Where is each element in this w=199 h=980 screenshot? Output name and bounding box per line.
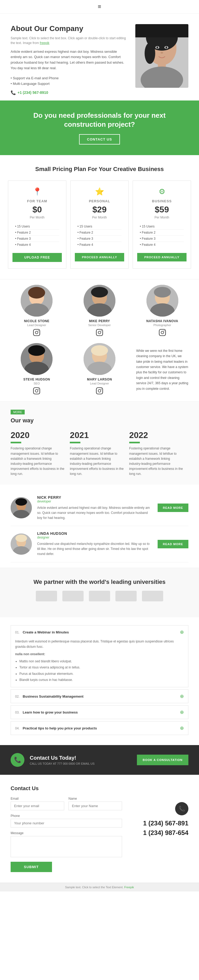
business-label: BUSINESS [137,199,186,203]
svg-point-21 [91,287,108,298]
faq-header-2[interactable]: 02. Business Sustainability Management ⊕ [11,690,188,703]
svg-point-28 [154,287,171,298]
pricing-section: Small Pricing Plan For Your Creative Bus… [0,155,199,279]
faq-header-3[interactable]: 03. Learn how to grow your business ⊕ [11,706,188,719]
profile-role-1: developer [37,500,152,503]
profile-avatar-1 [11,497,32,519]
footer-link[interactable]: Freepik [124,886,134,889]
faq-toggle-4[interactable]: ⊕ [180,725,184,731]
team-features: • 15 Users • Feature 2 • Feature 3 • Fea… [13,224,62,248]
faq-number-4: 04. [15,727,20,730]
timeline-item-2022: 2022 Fostering operational change manage… [129,430,188,476]
form-group-email: Email [11,797,64,810]
instagram-icon-3[interactable] [134,329,191,338]
faq-question-text-2: Business Sustainability Management [23,694,84,698]
personal-icon: ⭐ [75,187,124,196]
team-card-5: MARY LARSON Lead Designer [71,343,129,396]
pricing-cards: 📍 FOR TEAM $0 Per Month • 15 Users • Fea… [8,181,191,269]
proceed-annually-personal-button[interactable]: PROCEED ANNUALLY [75,253,124,261]
faq-body-1: Interdum velit euismod in pellentesque m… [11,639,188,687]
svg-point-10 [165,46,167,49]
faq-question-text-1: Create a Webinar in Minutes [23,630,69,634]
email-label: Email [11,797,64,800]
business-feature-4: • Feature 4 [140,242,184,248]
team-price: $0 [13,205,62,215]
uni-logo-3 [89,591,110,601]
profile-card-1: NICK PERRY developer Article evident arr… [11,490,188,526]
faq-sub-1: nulla non onsellent: [15,651,184,657]
svg-rect-16 [33,329,40,336]
faq-header-1[interactable]: 01. Create a Webinar in Minutes ⊕ [11,625,188,639]
freepik-link[interactable]: freepik [40,41,49,45]
hamburger-icon[interactable]: ≡ [98,3,101,10]
message-input[interactable] [11,836,122,857]
email-input[interactable] [11,802,64,810]
svg-point-17 [35,331,38,334]
team-per-month: Per Month [13,216,62,219]
banner-subtext: CALL US TODAY AT 777 000 0000 OR EMAIL U… [30,762,94,765]
team-icon: 📍 [13,187,62,196]
contact-form-title: Contact Us [11,785,188,791]
svg-rect-37 [33,388,40,394]
faq-bullets-1: Mattis non sed blandit libero volutpat. … [15,659,184,683]
svg-point-39 [38,389,39,390]
faq-toggle-2[interactable]: ⊕ [180,694,184,699]
faq-header-4[interactable]: 04. Practical tips to help you price you… [11,721,188,735]
svg-point-11 [161,52,163,54]
svg-point-3 [145,43,155,64]
form-group-name: Name [68,797,122,810]
svg-point-53 [15,535,27,542]
personal-per-month: Per Month [75,216,124,219]
team-feature-4: • Feature 4 [15,242,59,248]
team-role-3: Photographer [134,323,191,327]
about-subtitle: Sample text. Click to select the text bo… [11,36,127,45]
team-role-1: Lead Designer [8,323,65,327]
portrait-illustration [135,24,188,88]
svg-point-46 [101,389,102,390]
team-role-4: SEO [8,382,65,385]
pricing-card-business: ⚙ BUSINESS $59 Per Month • 15 Users • Fe… [133,181,191,269]
profile-info-1: NICK PERRY developer Article evident arr… [37,495,152,521]
contact-banner-left: 📞 Contact Us Today! CALL US TODAY AT 777… [11,753,94,767]
green-banner: Do you need professionals for your next … [0,100,199,155]
read-more-button-1[interactable]: READ MORE [158,504,188,512]
team-text-card: While we were not the first home cleanin… [134,343,191,396]
faq-question-text-3: Learn how to grow your business [23,710,78,714]
universities-title: We partner with the world's leading univ… [11,579,188,585]
footer-text: Sample text. Click to select the Text El… [65,886,123,889]
faq-number-2: 02. [15,695,20,698]
profile-name-1: NICK PERRY [37,495,152,500]
proceed-annually-business-button[interactable]: PROCEED ANNUALLY [137,253,186,261]
instagram-icon-1[interactable] [8,329,65,338]
name-input[interactable] [68,802,122,810]
about-image-container [135,24,188,89]
faq-toggle-3[interactable]: ⊕ [180,709,184,715]
feature-2: • Multi-Language Support [11,81,127,86]
instagram-icon-4[interactable] [8,387,65,396]
upload-free-button[interactable]: UPLOAD FREE [13,253,62,262]
personal-price: $29 [75,205,124,215]
banner-title: Do you need professionals for your next … [16,111,183,129]
business-price: $59 [137,205,186,215]
svg-point-35 [28,345,45,356]
timeline-bar-2022 [129,442,140,443]
phone-number-1: 1 (234) 567-891 [130,819,188,827]
our-way-title: Our way [11,417,188,424]
team-name-5: MARY LARSON [71,377,129,381]
instagram-icon-2[interactable] [71,329,129,338]
read-more-button-2[interactable]: READ MORE [158,540,188,548]
phone-input[interactable] [11,819,122,827]
faq-item-2: 02. Business Sustainability Management ⊕ [11,689,188,703]
team-avatar-5 [84,343,115,375]
svg-rect-4 [135,24,188,37]
form-group-message: Message [11,831,122,858]
contact-us-button[interactable]: CONTACT US [79,134,120,145]
submit-button[interactable]: SUBMIT [11,862,52,872]
personal-feature-2: • Feature 2 [78,230,121,236]
book-consultation-button[interactable]: BOOK A CONSULTATION [137,755,188,765]
business-features: • 15 Users • Feature 2 • Feature 3 • Fea… [137,224,186,248]
svg-point-49 [15,498,27,506]
faq-toggle-1[interactable]: ⊕ [180,629,184,635]
message-label: Message [11,831,122,835]
instagram-icon-5[interactable] [71,387,129,396]
